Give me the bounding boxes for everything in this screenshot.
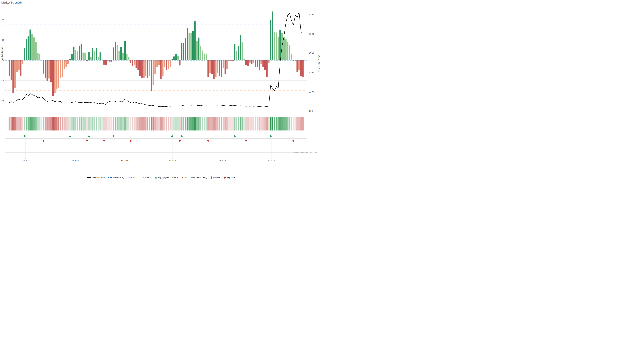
strength-bar: [166, 60, 167, 70]
strength-bar: [283, 37, 285, 60]
strength-bar: [20, 60, 22, 76]
heatmap-cell: [215, 117, 216, 131]
strength-bar: [289, 45, 290, 60]
strength-bar: [260, 60, 262, 64]
flip-up-marker: [24, 135, 26, 137]
legend-item-weekly-close[interactable]: Weekly Close: [88, 176, 105, 179]
strength-bar: [14, 60, 16, 88]
strength-bar: [170, 60, 171, 67]
legend-item-negative[interactable]: Negative: [224, 176, 234, 179]
heatmap-cell: [18, 117, 20, 131]
weekly-close-line-icon: [88, 177, 92, 178]
strength-bar: [187, 28, 188, 60]
svg-text:0.00: 0.00: [308, 110, 312, 112]
legend-item-bottom[interactable]: Bottom: [140, 176, 151, 179]
heatmap-cell: [154, 117, 156, 131]
strength-bar: [43, 60, 44, 73]
flip-down-marker: [245, 140, 247, 142]
flip-down-marker: [103, 140, 105, 142]
heatmap-cell: [236, 117, 237, 131]
strength-bar: [224, 60, 226, 74]
heatmap-cell: [113, 117, 114, 131]
strength-bar: [66, 60, 67, 67]
flip-up-marker: [171, 135, 173, 137]
heatmap-cell: [90, 117, 92, 131]
heatmap-cell: [156, 117, 158, 131]
heatmap-cell: [86, 117, 88, 131]
strength-bars: [9, 11, 304, 96]
strength-bar: [206, 54, 207, 60]
strength-bar: [30, 29, 31, 60]
heatmap-cell: [206, 117, 207, 131]
strength-bar: [211, 60, 213, 74]
strength-bar: [37, 53, 38, 60]
strength-bar: [22, 60, 24, 64]
heatmap-cell: [221, 117, 222, 131]
svg-text:−40: −40: [1, 100, 4, 102]
heatmap-cell: [75, 117, 76, 131]
legend-item-baseline[interactable]: Baseline (0): [108, 176, 124, 179]
legend-label: Flip Up (Red→Green): [158, 176, 178, 179]
heatmap-cell: [35, 117, 36, 131]
heatmap-cell: [209, 117, 211, 131]
heatmap-cell: [270, 117, 271, 131]
strength-bar: [128, 57, 130, 60]
heatmap-cell: [107, 117, 108, 131]
strength-bar: [204, 54, 205, 60]
heatmap-cell: [66, 117, 67, 131]
heatmap-strip: [8, 117, 304, 131]
strength-bar: [198, 37, 200, 60]
strength-bar: [298, 60, 300, 70]
heatmap-cell: [103, 117, 105, 131]
heatmap-cell: [302, 117, 304, 131]
strength-bar: [268, 60, 270, 63]
strength-bar: [26, 39, 27, 60]
legend-item-flip-down[interactable]: Flip Down (Green→Red): [182, 176, 207, 179]
heatmap-cell: [192, 117, 194, 131]
heatmap-cell: [96, 117, 97, 131]
heatmap-cell: [48, 117, 50, 131]
svg-text:40: 40: [2, 18, 4, 21]
strength-bar: [190, 33, 192, 60]
heatmap-cell: [276, 117, 277, 131]
strength-bar: [188, 33, 190, 60]
bottom-line-dot-icon: [140, 177, 144, 178]
heatmap-cell: [242, 117, 243, 131]
strength-bar: [221, 60, 222, 77]
heatmap-cell: [174, 117, 175, 131]
heatmap-cell: [170, 117, 171, 131]
strength-bar: [185, 38, 186, 60]
heatmap-cell: [147, 117, 148, 131]
legend-item-positive[interactable]: Positive: [211, 176, 220, 179]
legend-item-flip-up[interactable]: Flip Up (Red→Green): [155, 176, 178, 179]
strength-bar: [58, 60, 59, 88]
legend-item-top[interactable]: Top: [128, 176, 136, 179]
svg-text:Jan 2025: Jan 2025: [218, 159, 226, 162]
heatmap-cell: [232, 117, 234, 131]
legend-label: Negative: [227, 176, 234, 179]
heatmap-cell: [88, 117, 90, 131]
heatmap-cell: [41, 117, 42, 131]
heatmap-cell: [202, 117, 203, 131]
heatmap-cell: [196, 117, 198, 131]
strength-bar: [232, 60, 234, 61]
strength-bar: [68, 60, 69, 64]
legend-label: Weekly Close: [92, 176, 105, 179]
flip-up-triangle-icon: [155, 177, 157, 178]
svg-text:Jan 2023: Jan 2023: [21, 159, 30, 162]
strength-bar: [94, 51, 96, 60]
source-attribution: source: sharemaestro.com: [294, 151, 317, 153]
strength-bar: [137, 60, 139, 70]
strength-bar: [75, 50, 76, 60]
heatmap-cell: [296, 117, 298, 131]
strength-bar: [152, 60, 154, 85]
strength-bar: [255, 60, 256, 67]
heatmap-cell: [298, 117, 300, 131]
heatmap-cell: [272, 117, 273, 131]
strength-bar: [100, 52, 101, 60]
svg-text:30.00: 30.00: [308, 52, 314, 54]
heatmap-cell: [194, 117, 196, 131]
strength-bar: [48, 60, 50, 79]
heatmap-cell: [168, 117, 169, 131]
strength-bar: [77, 51, 78, 60]
